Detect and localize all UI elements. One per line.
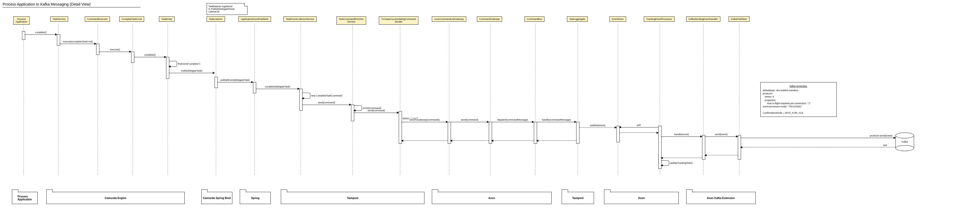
activation: [96, 44, 99, 55]
msg-enrich: enrich(command): [354, 105, 362, 111]
participant-task-event-collector: TaskEventCollectorService: [283, 16, 317, 22]
activation: [299, 89, 302, 110]
msg-complete-delegate: complete(delegateTask): [256, 89, 299, 89]
participant-task-aggregate: TaskAggregate: [567, 16, 588, 22]
msg-dispatch: dispatch(commandMessage): [492, 122, 534, 122]
msg-producer-send: producer.send(event): [740, 138, 896, 138]
sequence-diagram: { "title": "Process Application to Kafka…: [0, 0, 980, 212]
package-axon-1: Axon: [432, 192, 552, 204]
participant-task-service: TaskService: [50, 16, 68, 22]
msg-send-cmd-3: send(command): [450, 122, 489, 122]
msg-notify: notify(delegateTask): [169, 73, 215, 73]
msg-return-bus: [492, 140, 534, 141]
msg-ack: ack: [740, 147, 896, 148]
note-kafka-properties: kafka properties: defaulttopic: dev.task…: [760, 82, 837, 117]
package-taskpool-2: Taskpool: [562, 192, 594, 204]
diagram-title: Process Application to Kafka Messaging (…: [3, 2, 140, 7]
package-axon-2: Axon: [604, 192, 679, 204]
msg-new-complete-cmd: new CompleteTaskCommand: [302, 93, 310, 99]
msg-execute-cmd: execute(completeTaskCmd): [60, 44, 96, 44]
package-axon-kafka-ext: Axon Kafka Extension: [686, 192, 756, 204]
package-taskpool-1: Taskpool: [281, 192, 425, 204]
kafka-datastore-label: Kafka: [896, 140, 914, 143]
participant-event-store: EventStore: [609, 16, 626, 22]
activation: [399, 111, 402, 143]
participant-tx-accumulating-sender: TxAwareAccumulatingCommand Sender: [379, 16, 418, 25]
package-process-app: Process Application: [12, 192, 38, 204]
activation: [131, 52, 134, 63]
note-listener: Tasklistener registered in PublishDelega…: [207, 3, 247, 15]
msg-update-token: updateTrackingToken: [661, 160, 669, 166]
participant-process-application: Process Application: [13, 16, 30, 25]
msg-publish: publish(event): [579, 127, 617, 128]
msg-return-sender: [705, 155, 738, 156]
msg-send-gateway: sendToGateway(commands): [401, 122, 448, 122]
msg-publish-event: publishEvent(delegateTask): [217, 82, 253, 83]
msg-send-cmd-2: send(command): [354, 113, 399, 113]
note-kafka-body: defaulttopic: dev.tasklist.eventbus prod…: [763, 89, 834, 115]
msg-poll: poll: [619, 127, 659, 128]
participant-tracking-event-processor: TrackingEventProcessor: [644, 16, 675, 22]
package-camunda-engine: Camunda Engine: [46, 192, 185, 204]
msg-return-listgw: [401, 140, 448, 141]
activation: [166, 57, 169, 79]
activation: [617, 126, 620, 142]
participant-complete-task-cmd: CompleteTaskCmd: [119, 16, 144, 22]
participant-task-entity: TaskEntity: [159, 16, 175, 22]
participant-axon-cmd-list-gateway: AxonCommandListGateway: [432, 16, 466, 22]
participant-command-executor: CommandExecutor: [85, 16, 110, 22]
activation: [253, 82, 256, 93]
package-camunda-springboot: Camunda Spring Boot: [201, 192, 232, 204]
activation: [576, 122, 579, 143]
note-listener-text: Tasklistener registered in PublishDelega…: [208, 5, 235, 13]
activation: [215, 77, 218, 88]
package-spring: Spring: [240, 192, 271, 204]
participant-kafka-publisher: KafkaPublisher: [729, 16, 749, 22]
msg-handle-cmd: handle(commandMessage): [536, 122, 576, 122]
participant-command-bus: CommandBus: [525, 16, 544, 22]
note-kafka-title: kafka properties:: [763, 84, 834, 88]
participant-kafka-sending-handler: KafkaSendingEventHandler: [686, 16, 721, 22]
kafka-datastore: Kafka: [896, 132, 914, 151]
participant-task-command-enricher: TaskCommandEnricher Service: [336, 16, 366, 25]
participant-command-gateway: CommandGateway: [477, 16, 502, 22]
msg-return-tracking: [661, 158, 702, 158]
participant-app-event-publisher: ApplicationEventPublisher: [239, 16, 271, 22]
msg-return-aggregate: [536, 140, 576, 141]
participant-task-listener: TaskListener: [207, 16, 225, 22]
msg-send-cmd-1: send(command): [302, 105, 351, 105]
activation: [22, 31, 25, 40]
msg-fire-event: fireEvent("complete"): [169, 61, 177, 67]
msg-return-gateway: [450, 140, 489, 141]
msg-poll-return: [619, 132, 659, 133]
